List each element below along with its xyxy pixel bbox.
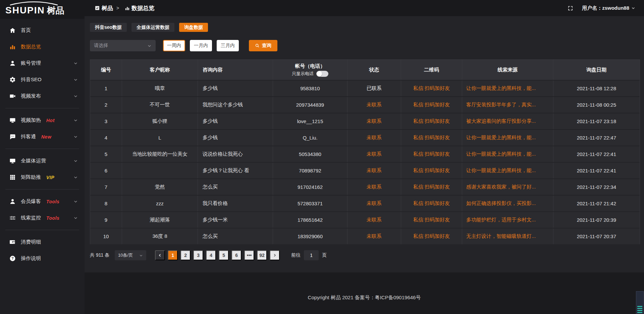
- qrcode-link[interactable]: 私信 扫码加好友: [401, 146, 462, 162]
- page-button[interactable]: 2: [180, 250, 191, 260]
- cell-account: 572803371: [273, 196, 347, 211]
- status-badge: 未联系: [347, 113, 401, 129]
- sidebar-item[interactable]: ?操作说明: [0, 250, 85, 267]
- qrcode-link[interactable]: 私信 扫码加好友: [401, 97, 462, 113]
- qrcode-link[interactable]: 私信 扫码加好友: [401, 196, 462, 211]
- page-button[interactable]: 6: [231, 250, 241, 260]
- source-link[interactable]: 客厅安装投影半年多了，真实...: [462, 97, 553, 113]
- cell-nickname: [122, 163, 198, 178]
- sidebar-divider: [5, 108, 79, 108]
- cell-content: 我想问这个多少钱: [198, 97, 273, 113]
- source-link[interactable]: 多功能护栏灯，适用于乡村文...: [462, 212, 553, 228]
- qrcode-link[interactable]: 私信 扫码加好友: [401, 81, 462, 96]
- filter-select[interactable]: 请选择: [90, 40, 156, 51]
- sidebar-item[interactable]: 账号管理: [0, 55, 85, 71]
- status-badge: 未联系: [347, 146, 401, 162]
- chevron-right-icon: [273, 253, 277, 257]
- breadcrumb-current: 数据总览: [131, 4, 154, 12]
- source-link[interactable]: 感谢大家喜欢我家，被问了好...: [462, 179, 553, 195]
- qrcode-link[interactable]: 私信 扫码加好友: [401, 212, 462, 228]
- user-menu[interactable]: 用户名：zswodun88: [582, 5, 635, 11]
- period-button[interactable]: 三月内: [217, 40, 239, 51]
- goto-page-input[interactable]: [304, 250, 319, 260]
- fullscreen-icon[interactable]: [568, 5, 573, 11]
- user-icon: [9, 60, 16, 66]
- sidebar-item[interactable]: 线索监控Tools: [0, 210, 85, 226]
- tab-item[interactable]: 抖音seo数据: [90, 23, 127, 32]
- sidebar: SHUPIN树品 首页数据总览账号管理抖音SEO视频发布视频加热Hot抖客通Ne…: [0, 0, 85, 314]
- table-row: 8zzz我只看价格572803371未联系私信 扫码加好友如何正确选择投影仪，买…: [90, 195, 640, 211]
- video-camera-icon: [9, 93, 16, 99]
- sidebar-item[interactable]: 全媒体运营: [0, 153, 85, 169]
- app-icon: [95, 5, 100, 11]
- source-link[interactable]: 让你一眼就爱上的黑科技，能...: [462, 163, 553, 178]
- source-link[interactable]: 如何正确选择投影仪，买投影...: [462, 196, 553, 211]
- sidebar-item[interactable]: 视频加热Hot: [0, 112, 85, 128]
- sidebar-item[interactable]: 首页: [0, 22, 85, 39]
- next-page-button[interactable]: [270, 250, 280, 260]
- chevron-down-icon: [73, 175, 78, 179]
- chat-icon: [9, 134, 16, 140]
- svg-text:?: ?: [11, 256, 14, 260]
- tab-active[interactable]: 询盘数据: [179, 23, 208, 32]
- qrcode-link[interactable]: 私信 扫码加好友: [401, 113, 462, 129]
- cell-date: 2021-11-07 20:37: [553, 228, 640, 244]
- period-button[interactable]: 一周内: [163, 40, 185, 51]
- phone-toggle[interactable]: [316, 71, 328, 77]
- source-link[interactable]: 让你一眼就爱上的黑科技，能...: [462, 146, 553, 162]
- wallet-icon: [9, 239, 16, 245]
- status-badge: 未联系: [347, 228, 401, 244]
- page-buttons: 123456•••92: [155, 250, 280, 260]
- qrcode-link[interactable]: 私信 扫码加好友: [401, 179, 462, 195]
- source-link[interactable]: 让你一眼就爱上的黑科技，能...: [462, 81, 553, 96]
- qrcode-link[interactable]: 私信 扫码加好友: [401, 228, 462, 244]
- page-size-select[interactable]: 10条/页: [115, 250, 146, 260]
- main-column: 树品 > 数据总览 用户名：zswodun88 抖: [85, 0, 644, 314]
- home-icon: [9, 27, 16, 34]
- chevron-down-icon: [73, 94, 78, 98]
- page-button[interactable]: 92: [257, 250, 267, 260]
- qrcode-link[interactable]: 私信 扫码加好友: [401, 163, 462, 178]
- cell-nickname: 36度 8: [122, 228, 198, 244]
- sidebar-item[interactable]: 抖音SEO: [0, 71, 85, 88]
- column-header: 咨询内容: [198, 60, 273, 80]
- content: 抖音seo数据全媒体运营数据询盘数据 请选择 一周内一月内三月内 查询: [85, 16, 644, 272]
- sidebar-item[interactable]: 抖客通New: [0, 128, 85, 145]
- search-button[interactable]: 查询: [249, 40, 277, 51]
- tab-item[interactable]: 全媒体运营数据: [131, 23, 174, 32]
- more-pages-button[interactable]: •••: [244, 250, 254, 260]
- sidebar-item-label: 首页: [21, 27, 31, 34]
- sidebar-item[interactable]: 数据总览: [0, 39, 85, 55]
- logo-text-cn: 树品: [47, 5, 64, 15]
- sidebar-item[interactable]: 视频发布: [0, 88, 85, 104]
- cell-nickname: 狐小狸: [122, 113, 198, 129]
- page-button[interactable]: 3: [193, 250, 203, 260]
- cell-content: 我只看价格: [198, 196, 273, 211]
- cell-content: 怎么买: [198, 179, 273, 195]
- sidebar-item[interactable]: 矩阵助推VIP: [0, 169, 85, 186]
- gear-icon: [9, 76, 16, 83]
- column-header: 二维码: [401, 60, 462, 80]
- cell-id: 3: [90, 113, 122, 129]
- cell-content: 多少钱: [198, 130, 273, 146]
- page-button[interactable]: 4: [206, 250, 216, 260]
- source-link[interactable]: 让你一眼就爱上的黑科技，能...: [462, 130, 553, 146]
- sidebar-item[interactable]: 消费明细: [0, 234, 85, 250]
- cell-content: 多少钱？让我死心 看: [198, 163, 273, 178]
- qrcode-link[interactable]: 私信 扫码加好友: [401, 130, 462, 146]
- chevron-down-icon: [631, 6, 635, 10]
- cell-id: 1: [90, 81, 122, 96]
- bar-chart-icon: [9, 44, 16, 50]
- source-link[interactable]: 被大家追着问的客厅投影分享...: [462, 113, 553, 129]
- floating-widget[interactable]: [636, 291, 644, 314]
- breadcrumb: 树品 > 数据总览: [95, 4, 154, 12]
- prev-page-button[interactable]: [155, 250, 165, 260]
- sidebar-item[interactable]: 会员爆客Tools: [0, 193, 85, 210]
- source-link[interactable]: 无主灯设计，智能磁吸轨道灯...: [462, 228, 553, 244]
- chevron-down-icon: [147, 44, 152, 48]
- page-button[interactable]: 5: [219, 250, 229, 260]
- page-button[interactable]: 1: [168, 250, 178, 260]
- status-badge: 未联系: [347, 196, 401, 211]
- period-button[interactable]: 一月内: [190, 40, 212, 51]
- breadcrumb-root[interactable]: 树品: [102, 4, 113, 12]
